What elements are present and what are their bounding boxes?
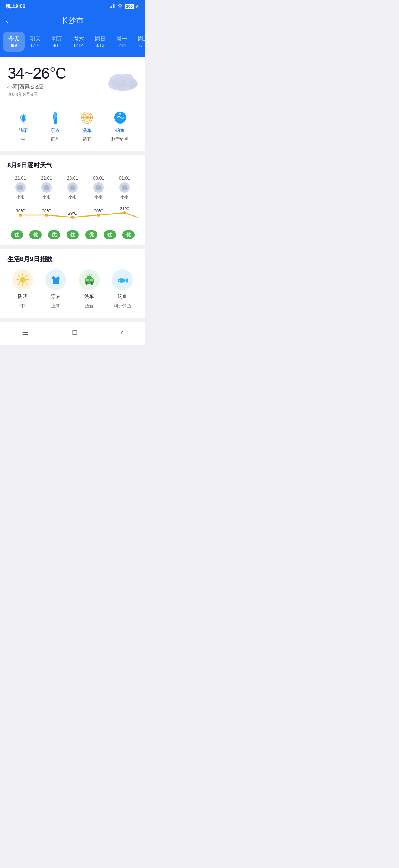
tab-today[interactable]: 今天 8/9 — [3, 32, 25, 52]
svg-rect-3 — [114, 4, 115, 8]
aqi-label-2: 优 — [48, 230, 60, 239]
signal-icon — [110, 4, 116, 9]
hourly-item-4: 01:01 小雨 — [112, 176, 138, 200]
svg-point-4 — [119, 7, 120, 8]
wifi-icon — [117, 4, 123, 9]
fishing-icon — [113, 110, 128, 125]
temp-info: 34~26°C 小雨|西风 ≤ 3级 2023年8月9日 — [7, 64, 66, 98]
aqi-row: 优 优 优 优 优 优 优 — [7, 230, 138, 239]
tab-mon[interactable]: 周一 8/14 — [111, 32, 132, 52]
battery-icon: 100 ⚡ — [125, 4, 139, 9]
svg-line-62 — [18, 275, 20, 277]
aqi-badge-0: 优 — [7, 230, 26, 239]
svg-point-8 — [126, 78, 137, 88]
life-title: 生活8月9日指数 — [7, 255, 138, 263]
page-title: 长沙市 — [61, 16, 84, 26]
svg-point-47 — [123, 211, 126, 214]
hourly-items: 21:01 小雨 22:01 小雨 23:01 小雨 — [7, 176, 138, 200]
sunscreen-value: 中 — [21, 136, 26, 142]
svg-text:30℃: 30℃ — [42, 209, 51, 213]
life-item-clothing[interactable]: 穿衣 正常 — [41, 269, 71, 309]
clothing-icon — [48, 110, 62, 125]
index-sunscreen[interactable]: 防晒 中 — [16, 110, 31, 142]
weather-card: 34~26°C 小雨|西风 ≤ 3级 2023年8月9日 — [0, 57, 145, 151]
hourly-weather-icon-2 — [67, 182, 78, 193]
life-section: 生活8月9日指数 防晒 中 — [0, 249, 145, 318]
aqi-label-6: 优 — [122, 230, 135, 239]
quick-index-row: 防晒 中 穿衣 正常 — [7, 104, 138, 145]
status-time: 晚上9:01 — [6, 3, 25, 10]
hourly-scroll[interactable]: 21:01 小雨 22:01 小雨 23:01 小雨 — [7, 176, 138, 239]
svg-rect-70 — [90, 279, 93, 281]
hourly-weather-icon-1 — [41, 182, 52, 193]
clothing-value: 正常 — [51, 136, 59, 142]
svg-point-11 — [54, 113, 57, 119]
aqi-label-5: 优 — [104, 230, 116, 239]
svg-point-21 — [119, 113, 121, 115]
svg-point-44 — [45, 214, 48, 217]
temp-chart: 30℃ 30℃ 29℃ 30℃ 31℃ 27℃ 33℃ — [7, 201, 138, 227]
svg-line-65 — [18, 283, 20, 284]
aqi-label-3: 优 — [67, 230, 79, 239]
index-fishing[interactable]: 钓鱼 利于钓鱼 — [111, 110, 129, 142]
life-shirt-icon — [45, 269, 66, 290]
hourly-time-1: 22:01 — [41, 176, 52, 181]
life-item-fishing[interactable]: 钓鱼 利于钓鱼 — [107, 269, 138, 309]
carwash-label: 洗车 — [82, 127, 92, 134]
life-sun-icon — [12, 269, 33, 290]
carwash-value: 适宜 — [83, 136, 91, 142]
menu-button[interactable]: ☰ — [15, 327, 36, 339]
hourly-item-3: 00:01 小雨 — [86, 176, 112, 200]
life-fishing-label: 钓鱼 — [118, 293, 127, 300]
temperature-range: 34~26°C — [7, 64, 66, 82]
hourly-desc-0: 小雨 — [16, 194, 25, 200]
hourly-title: 8月9日逐时天气 — [7, 161, 138, 170]
hourly-desc-3: 小雨 — [94, 194, 103, 200]
hourly-desc-4: 小雨 — [120, 194, 129, 200]
sunscreen-icon — [16, 110, 31, 125]
svg-point-36 — [124, 185, 127, 188]
hourly-item-1: 22:01 小雨 — [33, 176, 59, 200]
hourly-time-3: 00:01 — [93, 176, 104, 181]
home-button[interactable]: □ — [65, 327, 84, 338]
life-car-icon — [79, 269, 100, 290]
life-fish-icon — [112, 269, 133, 290]
status-icons: 100 ⚡ — [110, 4, 139, 9]
aqi-label-1: 优 — [29, 230, 42, 239]
tab-tue[interactable]: 周二 8/15 — [132, 32, 145, 52]
page-header: ‹ 长沙市 — [0, 12, 145, 30]
life-item-sunscreen[interactable]: 防晒 中 — [7, 269, 38, 309]
svg-point-27 — [46, 185, 49, 188]
hourly-time-0: 21:01 — [15, 176, 26, 181]
hourly-time-4: 01:01 — [119, 176, 130, 181]
tab-sat[interactable]: 周六 8/12 — [68, 32, 89, 52]
life-sunscreen-value: 中 — [20, 303, 25, 309]
index-carwash[interactable]: 洗车 适宜 — [80, 110, 94, 142]
svg-text:30℃: 30℃ — [94, 209, 103, 213]
tab-sun[interactable]: 周日 8/13 — [89, 32, 111, 52]
aqi-badge-1: 优 — [26, 230, 45, 239]
aqi-badge-2: 优 — [45, 230, 63, 239]
svg-text:29℃: 29℃ — [68, 211, 77, 215]
life-item-carwash[interactable]: 洗车 适宜 — [74, 269, 104, 309]
hourly-desc-2: 小雨 — [68, 194, 77, 200]
hourly-weather-icon-4 — [119, 182, 130, 193]
temperature-section: 34~26°C 小雨|西风 ≤ 3级 2023年8月9日 — [7, 64, 138, 98]
aqi-badge-3: 优 — [63, 230, 82, 239]
cloud-icon — [104, 67, 138, 92]
carwash-icon — [80, 110, 94, 125]
tab-tomorrow[interactable]: 明天 8/10 — [25, 32, 46, 52]
svg-line-64 — [26, 275, 27, 277]
aqi-label-4: 优 — [85, 230, 97, 239]
svg-rect-69 — [86, 279, 89, 281]
back-nav-button[interactable]: ‹ — [113, 327, 131, 338]
clothing-label: 穿衣 — [50, 127, 60, 134]
svg-point-24 — [20, 185, 23, 188]
svg-rect-0 — [110, 7, 111, 8]
fishing-label: 钓鱼 — [115, 127, 125, 134]
back-button[interactable]: ‹ — [6, 16, 9, 25]
weather-date: 2023年8月9日 — [7, 91, 66, 98]
tab-fri[interactable]: 周五 8/11 — [46, 32, 68, 52]
index-clothing[interactable]: 穿衣 正常 — [48, 110, 62, 142]
hourly-item-0: 21:01 小雨 — [7, 176, 33, 200]
